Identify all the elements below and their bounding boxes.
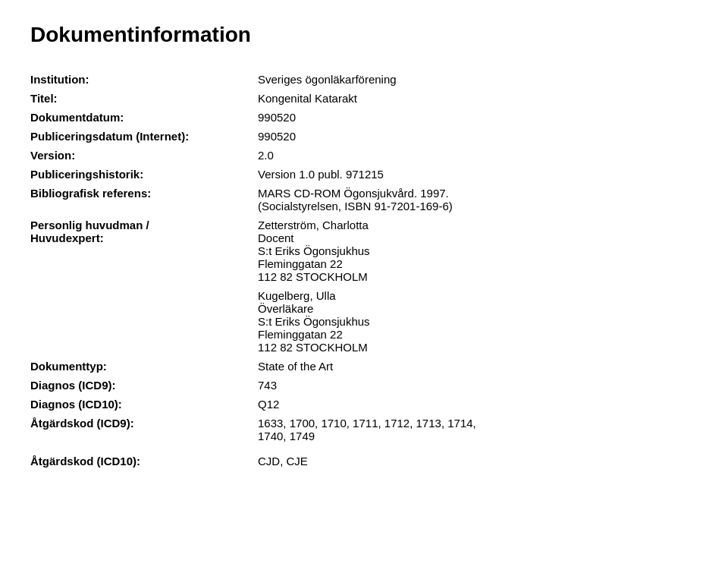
- table-row: Diagnos (ICD10):Q12: [30, 395, 698, 414]
- row-label: Bibliografisk referens:: [30, 184, 258, 216]
- table-row: Publiceringshistorik:Version 1.0 publ. 9…: [30, 165, 698, 184]
- row-label: Dokumenttyp:: [30, 357, 258, 376]
- row-value: [258, 445, 698, 452]
- table-row: Åtgärdskod (ICD10):CJD, CJE: [30, 452, 698, 471]
- row-value: MARS CD-ROM Ögonsjukvård. 1997.(Socialst…: [258, 184, 698, 216]
- row-label: Åtgärdskod (ICD9):: [30, 414, 258, 445]
- row-label: Åtgärdskod (ICD10):: [30, 452, 258, 471]
- row-value: 990520: [258, 127, 698, 146]
- row-label: Titel:: [30, 89, 258, 108]
- table-row: Dokumentdatum:990520: [30, 108, 698, 127]
- row-value: 2.0: [258, 146, 698, 165]
- row-label: Diagnos (ICD10):: [30, 395, 258, 414]
- row-value: 1633, 1700, 1710, 1711, 1712, 1713, 1714…: [258, 414, 698, 445]
- row-label: [30, 286, 258, 357]
- table-row: Publiceringsdatum (Internet):990520: [30, 127, 698, 146]
- table-row: Personlig huvudman /Huvudexpert:Zetterst…: [30, 216, 698, 286]
- row-value: State of the Art: [258, 357, 698, 376]
- document-info-table: Institution:Sveriges ögonläkarföreningTi…: [30, 70, 698, 471]
- row-value: Kugelberg, UllaÖverläkareS:t Eriks Ögons…: [258, 286, 698, 357]
- row-label: [30, 445, 258, 452]
- page-title: Dokumentinformation: [30, 23, 698, 47]
- row-label: Publiceringshistorik:: [30, 165, 258, 184]
- table-row: Version:2.0: [30, 146, 698, 165]
- row-label: Institution:: [30, 70, 258, 89]
- row-label: Publiceringsdatum (Internet):: [30, 127, 258, 146]
- row-value: Zetterström, CharlottaDocentS:t Eriks Ög…: [258, 216, 698, 286]
- table-row: Dokumenttyp:State of the Art: [30, 357, 698, 376]
- row-value: Sveriges ögonläkarförening: [258, 70, 698, 89]
- table-row: Diagnos (ICD9):743: [30, 376, 698, 395]
- table-row: Titel:Kongenital Katarakt: [30, 89, 698, 108]
- table-row: Institution:Sveriges ögonläkarförening: [30, 70, 698, 89]
- row-label: Dokumentdatum:: [30, 108, 258, 127]
- row-value: Kongenital Katarakt: [258, 89, 698, 108]
- row-value: Version 1.0 publ. 971215: [258, 165, 698, 184]
- table-row: Åtgärdskod (ICD9):1633, 1700, 1710, 1711…: [30, 414, 698, 445]
- row-value: CJD, CJE: [258, 452, 698, 471]
- row-value: 743: [258, 376, 698, 395]
- table-row: Kugelberg, UllaÖverläkareS:t Eriks Ögons…: [30, 286, 698, 357]
- row-value: 990520: [258, 108, 698, 127]
- row-label: Personlig huvudman /Huvudexpert:: [30, 216, 258, 286]
- row-label: Version:: [30, 146, 258, 165]
- row-label: Diagnos (ICD9):: [30, 376, 258, 395]
- row-value: Q12: [258, 395, 698, 414]
- table-row: [30, 445, 698, 452]
- table-row: Bibliografisk referens:MARS CD-ROM Ögons…: [30, 184, 698, 216]
